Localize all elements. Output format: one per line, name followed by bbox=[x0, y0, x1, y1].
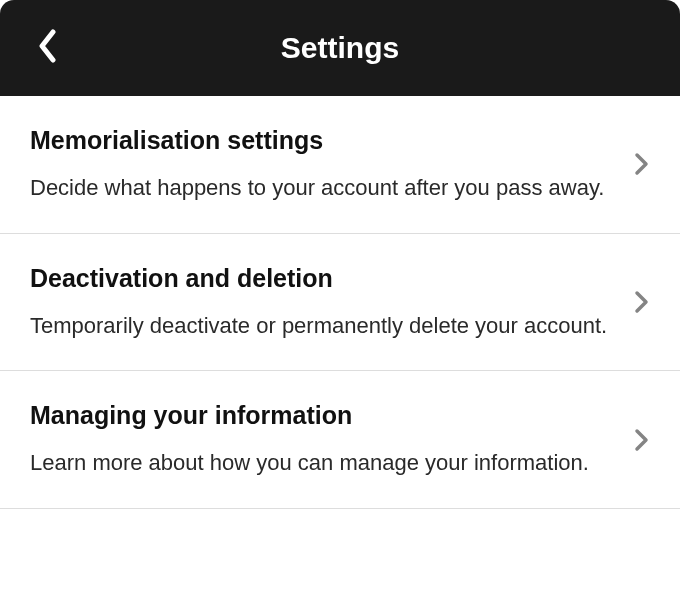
item-title: Managing your information bbox=[30, 401, 610, 430]
page-title: Settings bbox=[0, 31, 680, 65]
item-description: Temporarily deactivate or permanently de… bbox=[30, 311, 610, 341]
item-description: Decide what happens to your account afte… bbox=[30, 173, 610, 203]
settings-item-managing-info[interactable]: Managing your information Learn more abo… bbox=[0, 371, 680, 509]
header-bar: Settings bbox=[0, 0, 680, 96]
item-description: Learn more about how you can manage your… bbox=[30, 448, 610, 478]
list-item-content: Deactivation and deletion Temporarily de… bbox=[30, 264, 626, 341]
settings-list: Memorialisation settings Decide what hap… bbox=[0, 96, 680, 509]
list-item-content: Memorialisation settings Decide what hap… bbox=[30, 126, 626, 203]
chevron-left-icon bbox=[38, 29, 58, 67]
settings-item-deactivation[interactable]: Deactivation and deletion Temporarily de… bbox=[0, 234, 680, 372]
chevron-right-icon bbox=[634, 428, 650, 452]
item-title: Memorialisation settings bbox=[30, 126, 610, 155]
list-item-content: Managing your information Learn more abo… bbox=[30, 401, 626, 478]
item-title: Deactivation and deletion bbox=[30, 264, 610, 293]
chevron-right-icon bbox=[634, 290, 650, 314]
chevron-right-icon bbox=[634, 152, 650, 176]
back-button[interactable] bbox=[28, 28, 68, 68]
settings-item-memorialisation[interactable]: Memorialisation settings Decide what hap… bbox=[0, 96, 680, 234]
